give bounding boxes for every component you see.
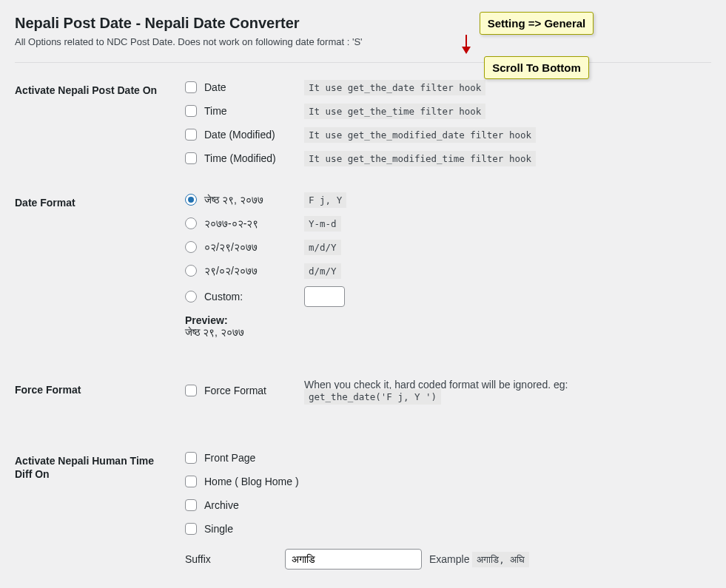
radio-format-custom[interactable] xyxy=(185,291,197,303)
radio-format-fjy[interactable] xyxy=(185,194,197,206)
callout-settings-general: Setting => General xyxy=(480,12,594,35)
radio-format-custom-label: Custom: xyxy=(204,291,297,303)
hint-date-modified: It use get_the_modified_date filter hook xyxy=(304,127,536,143)
hint-time: It use get_the_time filter hook xyxy=(304,104,485,119)
callout-scroll-bottom: Scroll To Bottom xyxy=(484,56,589,79)
force-format-heading: Force Format xyxy=(15,370,178,441)
checkbox-time-label: Time xyxy=(204,105,297,117)
checkbox-home[interactable] xyxy=(185,476,197,487)
checkbox-archive-label: Archive xyxy=(204,499,239,511)
checkbox-archive[interactable] xyxy=(185,499,197,511)
checkbox-date-modified-label: Date (Modified) xyxy=(204,129,297,141)
checkbox-single-label: Single xyxy=(204,523,233,535)
hint-time-modified: It use get_the_modified_time filter hook xyxy=(304,151,536,166)
checkbox-force-format[interactable] xyxy=(185,385,197,396)
human-time-diff-heading: Activate Nepali Human Time Diff On xyxy=(15,441,178,588)
suffix-label: Suffix xyxy=(185,553,278,565)
date-format-heading: Date Format xyxy=(15,183,178,370)
hint-format-fjy: F j, Y xyxy=(304,192,346,208)
suffix-example-code: अगाडि, अघि xyxy=(472,552,529,567)
radio-format-fjy-label: जेष्ठ २९, २०७७ xyxy=(204,194,297,206)
checkbox-date[interactable] xyxy=(185,81,197,93)
suffix-example: Example अगाडि, अघि xyxy=(429,553,529,566)
date-format-preview-label: Preview: xyxy=(185,314,704,326)
radio-format-ymd[interactable] xyxy=(185,217,197,229)
checkbox-time-modified-label: Time (Modified) xyxy=(204,152,297,164)
force-format-code-example: get_the_date('F j, Y ') xyxy=(304,389,441,405)
radio-format-ymd-label: २०७७-०२-२९ xyxy=(204,217,297,230)
force-format-description: When you check it, hard coded format wil… xyxy=(304,379,704,402)
hint-format-ymd: Y-m-d xyxy=(304,216,341,232)
checkbox-date-modified[interactable] xyxy=(185,129,197,141)
checkbox-front-page[interactable] xyxy=(185,452,197,464)
checkbox-date-label: Date xyxy=(204,81,297,93)
checkbox-front-page-label: Front Page xyxy=(204,452,255,464)
svg-marker-1 xyxy=(462,47,471,54)
activate-post-date-heading: Activate Nepali Post Date On xyxy=(15,70,178,183)
page-title: Nepali Post Date - Nepali Date Converter xyxy=(15,15,711,32)
checkbox-time[interactable] xyxy=(185,105,197,117)
checkbox-home-label: Home ( Blog Home ) xyxy=(204,476,299,487)
hint-format-dmy: d/m/Y xyxy=(304,263,341,279)
date-format-preview-value: जेष्ठ २९, २०७७ xyxy=(185,326,704,339)
divider xyxy=(15,62,711,63)
checkbox-time-modified[interactable] xyxy=(185,152,197,164)
radio-format-mdy[interactable] xyxy=(185,241,197,253)
custom-format-input[interactable] xyxy=(304,286,345,307)
suffix-input[interactable] xyxy=(285,549,422,570)
hint-format-mdy: m/d/Y xyxy=(304,240,341,255)
radio-format-dmy-label: २९/०२/२०७७ xyxy=(204,265,297,277)
radio-format-mdy-label: ०२/२९/२०७७ xyxy=(204,241,297,254)
checkbox-single[interactable] xyxy=(185,523,197,535)
hint-date: It use get_the_date filter hook xyxy=(304,80,485,95)
page-description: All Options related to NDC Post Date. Do… xyxy=(15,36,711,47)
radio-format-dmy[interactable] xyxy=(185,265,197,277)
checkbox-force-format-label: Force Format xyxy=(204,385,297,396)
